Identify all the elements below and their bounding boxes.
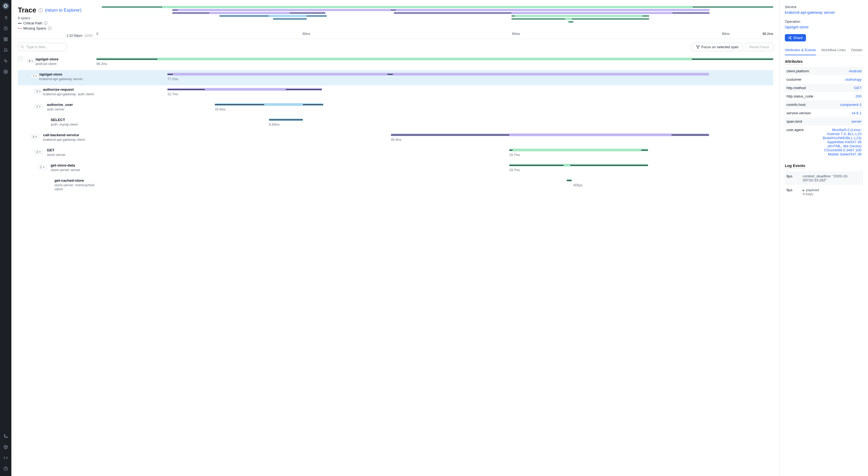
attribute-value[interactable]: v4.6.1 [851, 111, 862, 115]
minimap-crit [290, 13, 326, 13]
critical-path-segment [388, 74, 393, 75]
svg-rect-10 [6, 38, 7, 39]
span-service: store-server: memcached client [55, 183, 96, 191]
child-count-badge[interactable]: 3 [31, 134, 39, 139]
minimap-crit [512, 19, 565, 19]
axis-end: 96.2ms [763, 32, 773, 36]
attribute-value[interactable]: 200 [855, 94, 862, 98]
span-row[interactable]: 1 get-store-datastore-server server19.7m… [18, 161, 773, 176]
child-count-badge[interactable]: 8 [27, 59, 35, 63]
info-icon[interactable]: i [44, 21, 48, 25]
minimap[interactable] [102, 6, 773, 22]
nav-rail [0, 0, 11, 476]
git-icon[interactable] [3, 434, 8, 439]
svg-point-13 [5, 71, 6, 72]
child-count-badge[interactable]: 1 [35, 104, 43, 108]
attribute-row[interactable]: customerclothology [785, 75, 863, 84]
child-count-badge[interactable]: 2 [35, 89, 43, 93]
details-panel: Service krakend-api-gateway server Opera… [780, 0, 868, 476]
span-bar [167, 73, 709, 75]
span-operation: authorize-request [43, 88, 96, 92]
attribute-row[interactable]: service.versionv4.6.1 [785, 109, 863, 117]
span-row[interactable]: 2 GETstore-server19.7ms [18, 146, 773, 161]
minimap-crit [391, 10, 396, 10]
span-row[interactable]: 7 /api/get-storekrakend-api-gateway serv… [18, 70, 773, 85]
span-duration: 45.4ms [391, 138, 402, 141]
span-bar [96, 58, 773, 60]
code-icon[interactable] [3, 455, 8, 460]
tab-workflow-links[interactable]: Workflow Links [822, 46, 846, 55]
span-row[interactable]: 8 /api/get-storeandroid client96.2ms [18, 55, 773, 70]
attribute-row[interactable]: span.kindserver [785, 117, 863, 126]
log-event-row[interactable]: 9µs▶payload:4 keys [785, 185, 863, 199]
critical-path-segment [672, 134, 709, 135]
activity-icon[interactable] [3, 59, 8, 63]
clock-icon[interactable] [3, 26, 8, 31]
info-icon[interactable]: i [48, 27, 52, 30]
package-icon[interactable] [3, 445, 8, 449]
attribute-row[interactable]: http.status_code200 [785, 92, 863, 100]
critical-path-segment [567, 180, 571, 181]
tab-attributes-events[interactable]: Attributes & Events [785, 46, 816, 55]
attribute-row[interactable]: runinfo.hostcomponent-1 [785, 100, 863, 109]
svg-point-14 [6, 437, 7, 438]
grid-icon[interactable] [3, 37, 8, 42]
service-link[interactable]: krakend-api-gateway server [785, 10, 863, 14]
tab-details[interactable]: Details [851, 46, 862, 55]
child-count-badge[interactable]: 7 [31, 74, 39, 78]
help-icon[interactable] [3, 466, 8, 471]
svg-line-26 [789, 37, 790, 38]
span-operation: GET [47, 148, 96, 152]
minimap-crit [307, 16, 327, 16]
svg-rect-11 [4, 39, 5, 41]
span-operation: get-cached-store [55, 179, 96, 183]
log-event-row[interactable]: 8µscontext_deadline: "2020-10-05T20:33:2… [785, 171, 863, 185]
minimap-crit [172, 10, 178, 10]
attribute-row[interactable]: user.agentMozilla/5.0 (Linux; Android 7.… [785, 126, 863, 158]
info-icon[interactable]: i [38, 8, 43, 12]
child-count-badge[interactable]: 2 [35, 150, 43, 154]
span-row[interactable]: get-cached-storestore-server: memcached … [18, 176, 773, 193]
child-count-badge[interactable]: 1 [38, 165, 46, 169]
list-icon[interactable] [3, 15, 8, 20]
attribute-value[interactable]: server [851, 119, 862, 124]
attribute-row[interactable]: client.platformAndroid [785, 67, 863, 75]
critical-path-segment [509, 165, 563, 166]
attribute-key: http.status_code [786, 94, 855, 98]
share-button[interactable]: Share [785, 34, 806, 41]
minimap-crit [673, 13, 709, 13]
critical-path-segment [391, 134, 509, 135]
attribute-value[interactable]: Android [849, 69, 862, 73]
attribute-value[interactable]: Mozilla/5.0 (Linux; Android 7.0; BLL-L23… [821, 128, 862, 156]
operation-link[interactable]: /api/get-store [785, 25, 863, 29]
attribute-value[interactable]: GET [854, 86, 862, 90]
logo-icon[interactable] [2, 3, 9, 9]
attribute-value[interactable]: clothology [845, 77, 862, 82]
span-row[interactable]: 1 authorize_userauth server15.4ms [18, 100, 773, 116]
span-service: auth server [47, 107, 96, 111]
attribute-row[interactable]: http.methodGET [785, 84, 863, 92]
span-operation: /api/get-store [35, 57, 96, 61]
reset-focus-button[interactable]: Reset Focus [745, 43, 773, 51]
svg-point-19 [21, 45, 23, 47]
operation-label: Operation [785, 20, 863, 24]
span-service: krakend-api-gateway: auth client [43, 92, 96, 96]
log-body: context_deadline: "2020-10-05T20:33:28Z" [803, 174, 862, 182]
span-duration: 15.4ms [215, 107, 225, 111]
log-events-heading: Log Events [785, 163, 805, 169]
attribute-value[interactable]: component-1 [840, 103, 862, 107]
span-row[interactable]: SELECTauth: mysql client6.93ms [18, 116, 773, 131]
minimap-bar [512, 15, 649, 17]
span-row[interactable]: 2 authorize-requestkrakend-api-gateway: … [18, 85, 773, 100]
span-row[interactable]: 3 call-backend-servicekrakend-api-gatewa… [18, 131, 773, 146]
settings-icon[interactable] [3, 69, 8, 74]
critical-path-segment [167, 74, 173, 75]
return-link[interactable]: (return to Explorer) [45, 8, 81, 13]
attributes-heading: Attributes [785, 59, 803, 65]
focus-button[interactable]: Focus on selected span [692, 43, 743, 51]
span-count: 9 spans [18, 16, 96, 20]
critical-path-segment [692, 59, 773, 60]
search-input[interactable] [18, 43, 67, 51]
bell-icon[interactable] [3, 47, 8, 53]
svg-marker-21 [696, 45, 700, 49]
